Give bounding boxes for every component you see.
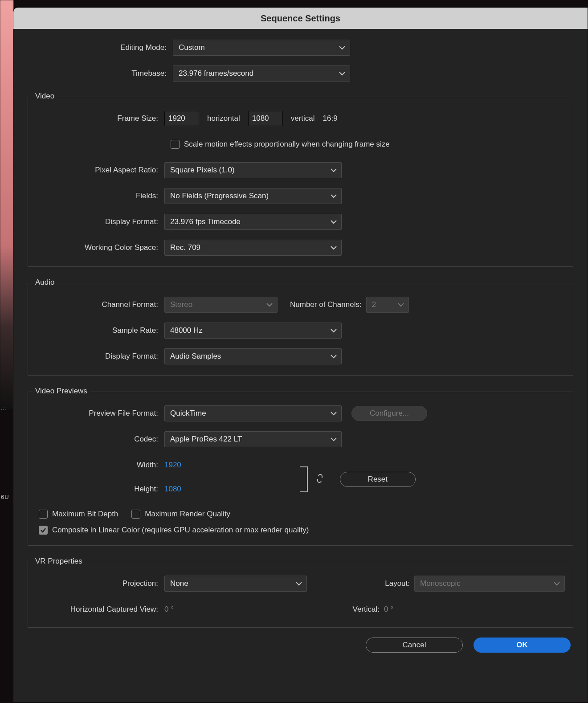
codec-value: Apple ProRes 422 LT — [170, 435, 242, 444]
composite-linear-checkbox[interactable] — [39, 526, 48, 535]
link-icon[interactable] — [316, 474, 324, 486]
bg-text-2: 6U — [1, 494, 9, 500]
preview-height-value[interactable]: 1080 — [164, 485, 181, 494]
color-space-label: Working Color Space: — [36, 243, 164, 252]
video-display-format-value: 23.976 fps Timecode — [170, 217, 241, 226]
editing-mode-label: Editing Mode: — [26, 43, 173, 52]
chevron-down-icon — [331, 194, 337, 198]
preview-file-format-value: QuickTime — [170, 409, 206, 418]
chevron-down-icon — [339, 45, 345, 50]
codec-label: Codec: — [36, 435, 164, 444]
scale-motion-checkbox[interactable] — [171, 140, 180, 149]
video-previews-legend: Video Previews — [33, 387, 90, 396]
chevron-down-icon — [331, 411, 337, 416]
preview-height-label: Height: — [36, 485, 164, 494]
composite-linear-label: Composite in Linear Color (requires GPU … — [52, 526, 309, 535]
editing-mode-value: Custom — [179, 43, 205, 52]
fields-value: No Fields (Progressive Scan) — [170, 192, 269, 200]
layout-value: Monoscopic — [420, 579, 461, 588]
channel-format-label: Channel Format: — [36, 300, 164, 309]
scale-motion-label: Scale motion effects proportionally when… — [184, 140, 390, 149]
frame-width-value: 1920 — [168, 114, 185, 123]
chevron-down-icon — [331, 168, 337, 172]
background-photo — [0, 0, 13, 410]
video-display-format-dropdown[interactable]: 23.976 fps Timecode — [164, 214, 342, 230]
timebase-value: 23.976 frames/second — [179, 69, 253, 78]
preview-width-value[interactable]: 1920 — [164, 461, 181, 470]
frame-size-label: Frame Size: — [36, 114, 164, 123]
chevron-down-icon — [554, 581, 560, 586]
max-bit-depth-checkbox[interactable] — [39, 510, 48, 519]
num-channels-dropdown: 2 — [366, 297, 409, 313]
sequence-settings-dialog: Sequence Settings Editing Mode: Custom T… — [13, 7, 588, 702]
chevron-down-icon — [331, 437, 337, 441]
chevron-down-icon — [331, 354, 337, 359]
configure-button: Configure... — [351, 406, 427, 421]
chevron-down-icon — [266, 302, 273, 307]
vertical-label: vertical — [291, 114, 315, 123]
timebase-dropdown[interactable]: 23.976 frames/second — [173, 65, 350, 82]
checkmark-icon — [40, 527, 46, 533]
vert-value: 0 ° — [384, 605, 393, 614]
preview-width-label: Width: — [36, 461, 164, 470]
hcv-value: 0 ° — [164, 605, 174, 614]
codec-dropdown[interactable]: Apple ProRes 422 LT — [164, 431, 342, 447]
video-previews-fieldset: Video Previews Preview File Format: Quic… — [28, 392, 573, 546]
cancel-button[interactable]: Cancel — [366, 638, 463, 653]
par-dropdown[interactable]: Square Pixels (1.0) — [164, 162, 342, 178]
fields-label: Fields: — [36, 192, 164, 200]
sample-rate-label: Sample Rate: — [36, 326, 164, 335]
num-channels-label: Number of Channels: — [290, 300, 362, 309]
par-value: Square Pixels (1.0) — [170, 166, 235, 175]
ok-button[interactable]: OK — [474, 638, 571, 653]
sample-rate-value: 48000 Hz — [170, 326, 203, 335]
max-bit-depth-label: Maximum Bit Depth — [52, 510, 118, 519]
chevron-down-icon — [331, 245, 337, 250]
layout-label: Layout: — [352, 579, 410, 588]
audio-fieldset: Audio Channel Format: Stereo Number of C… — [28, 283, 573, 376]
projection-value: None — [170, 579, 188, 588]
layout-dropdown: Monoscopic — [414, 576, 565, 592]
color-space-dropdown[interactable]: Rec. 709 — [164, 240, 342, 256]
audio-legend: Audio — [33, 278, 57, 287]
link-bracket — [300, 466, 308, 492]
chevron-down-icon — [296, 581, 302, 586]
projection-label: Projection: — [36, 579, 164, 588]
sample-rate-dropdown[interactable]: 48000 Hz — [164, 323, 342, 339]
timebase-label: Timebase: — [26, 69, 173, 78]
audio-display-format-dropdown[interactable]: Audio Samples — [164, 348, 342, 364]
num-channels-value: 2 — [372, 300, 376, 309]
vr-legend: VR Properties — [33, 557, 85, 566]
audio-display-format-value: Audio Samples — [170, 352, 221, 361]
aspect-ratio-label: 16:9 — [323, 114, 338, 123]
projection-dropdown[interactable]: None — [164, 576, 307, 592]
vert-label: Vertical: — [174, 605, 380, 614]
frame-height-value: 1080 — [252, 114, 269, 123]
frame-width-input[interactable]: 1920 — [164, 111, 199, 126]
preview-file-format-label: Preview File Format: — [36, 409, 164, 418]
max-render-quality-checkbox[interactable] — [131, 510, 140, 519]
vr-properties-fieldset: VR Properties Projection: None Layout: M… — [28, 562, 573, 628]
chevron-down-icon — [331, 220, 337, 224]
fields-dropdown[interactable]: No Fields (Progressive Scan) — [164, 188, 342, 204]
preview-file-format-dropdown[interactable]: QuickTime — [164, 405, 342, 421]
channel-format-dropdown: Stereo — [164, 297, 278, 313]
reset-button[interactable]: Reset — [340, 472, 416, 487]
bg-text-1: .:: — [1, 405, 7, 411]
dialog-footer: Cancel OK — [26, 638, 575, 653]
frame-height-input[interactable]: 1080 — [248, 111, 283, 126]
par-label: Pixel Aspect Ratio: — [36, 166, 164, 175]
chevron-down-icon — [331, 328, 337, 333]
chevron-down-icon — [339, 71, 345, 76]
chevron-down-icon — [398, 302, 404, 307]
editing-mode-dropdown[interactable]: Custom — [173, 40, 350, 56]
video-legend: Video — [33, 92, 57, 101]
audio-display-format-label: Display Format: — [36, 352, 164, 361]
horizontal-label: horizontal — [207, 114, 240, 123]
dialog-title: Sequence Settings — [13, 8, 588, 29]
max-render-quality-label: Maximum Render Quality — [145, 510, 230, 519]
video-display-format-label: Display Format: — [36, 217, 164, 226]
channel-format-value: Stereo — [170, 300, 192, 309]
color-space-value: Rec. 709 — [170, 243, 200, 252]
video-fieldset: Video Frame Size: 1920 horizontal 1080 v… — [28, 97, 573, 267]
